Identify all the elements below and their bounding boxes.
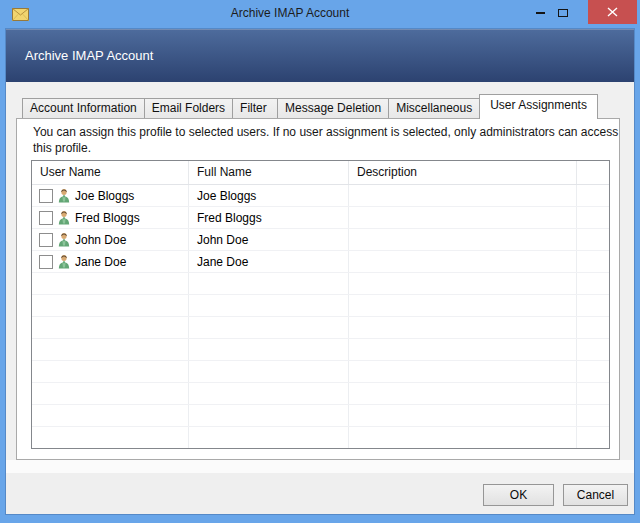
empty-cell [32,339,189,360]
user-row[interactable]: Joe BloggsJoe Bloggs [32,185,609,207]
footer-gap [6,460,634,473]
tab-filter[interactable]: Filter [232,98,278,118]
dialog-client-area: Archive IMAP Account Account Information… [6,29,634,514]
tab-user-assignments[interactable]: User Assignments [479,94,598,119]
empty-cell [32,273,189,294]
full-name-cell: Jane Doe [189,251,349,272]
minimize-icon [536,12,545,14]
person-icon [57,254,71,269]
empty-cell [189,383,349,404]
empty-cell [32,317,189,338]
user-checkbox[interactable] [39,255,53,269]
cancel-button[interactable]: Cancel [563,484,628,506]
spacer-cell [577,185,609,206]
envelope-icon [12,8,29,21]
column-header-full-name[interactable]: Full Name [189,161,349,184]
user-checkbox[interactable] [39,211,53,225]
user-checkbox[interactable] [39,189,53,203]
empty-cell [349,427,577,448]
description-cell [349,207,577,228]
spacer-cell [577,295,609,316]
empty-cell [189,405,349,426]
empty-cell [349,383,577,404]
header-banner: Archive IMAP Account [6,29,634,82]
empty-cell [349,295,577,316]
empty-row [32,383,609,405]
spacer-cell [577,383,609,404]
user-row[interactable]: Fred BloggsFred Bloggs [32,207,609,229]
column-header-description[interactable]: Description [349,161,577,184]
minimize-button[interactable] [529,4,551,22]
spacer-cell [577,405,609,426]
empty-cell [349,361,577,382]
column-header-blank [577,161,609,184]
table-body: Joe BloggsJoe Bloggs Fred BloggsFred Blo… [32,185,609,448]
tab-miscellaneous[interactable]: Miscellaneous [388,98,480,118]
window-title: Archive IMAP Account [60,0,520,29]
spacer-cell [577,339,609,360]
description-cell [349,229,577,250]
user-name-cell: Jane Doe [32,251,189,272]
spacer-cell [577,317,609,338]
close-button[interactable] [588,0,637,24]
spacer-cell [577,229,609,250]
empty-cell [349,405,577,426]
empty-cell [32,383,189,404]
description-cell [349,185,577,206]
tab-message-deletion[interactable]: Message Deletion [277,98,389,118]
empty-row [32,295,609,317]
maximize-button[interactable] [552,4,574,22]
user-row[interactable]: Jane DoeJane Doe [32,251,609,273]
tab-strip: Account InformationEmail FoldersFilter M… [22,94,598,119]
empty-cell [32,405,189,426]
user-name-text: Joe Bloggs [75,189,134,203]
empty-cell [32,361,189,382]
empty-cell [349,339,577,360]
users-table: User Name Full Name Description Joe Blog… [31,160,610,449]
person-icon [57,232,71,247]
user-name-text: Jane Doe [75,255,126,269]
empty-cell [349,273,577,294]
full-name-cell: John Doe [189,229,349,250]
spacer-cell [577,361,609,382]
dialog-window: Archive IMAP Account Archive IMAP Accoun… [0,0,640,523]
empty-cell [189,339,349,360]
empty-cell [189,273,349,294]
ok-button[interactable]: OK [483,484,554,506]
empty-cell [32,295,189,316]
maximize-icon [558,9,568,17]
person-icon [57,188,71,203]
header-title: Archive IMAP Account [25,29,153,82]
spacer-cell [577,273,609,294]
user-name-cell: John Doe [32,229,189,250]
user-checkbox[interactable] [39,233,53,247]
empty-row [32,273,609,295]
description-cell [349,251,577,272]
empty-cell [32,427,189,448]
close-icon [607,7,618,17]
empty-row [32,339,609,361]
titlebar[interactable]: Archive IMAP Account [0,0,640,29]
empty-cell [189,427,349,448]
description-text: You can assign this profile to selected … [33,124,619,156]
user-name-cell: Fred Bloggs [32,207,189,228]
empty-row [32,361,609,383]
tab-panel: You can assign this profile to selected … [16,118,620,460]
table-header: User Name Full Name Description [32,161,609,185]
spacer-cell [577,251,609,272]
person-icon [57,210,71,225]
empty-cell [349,317,577,338]
spacer-cell [577,427,609,448]
empty-cell [189,317,349,338]
user-name-cell: Joe Bloggs [32,185,189,206]
footer: OK Cancel [6,473,634,514]
column-header-user-name[interactable]: User Name [32,161,189,184]
tab-email-folders[interactable]: Email Folders [144,98,233,118]
user-name-text: John Doe [75,233,126,247]
full-name-cell: Joe Bloggs [189,185,349,206]
empty-row [32,427,609,448]
spacer-cell [577,207,609,228]
tab-account-information[interactable]: Account Information [22,98,145,118]
empty-row [32,317,609,339]
user-row[interactable]: John DoeJohn Doe [32,229,609,251]
